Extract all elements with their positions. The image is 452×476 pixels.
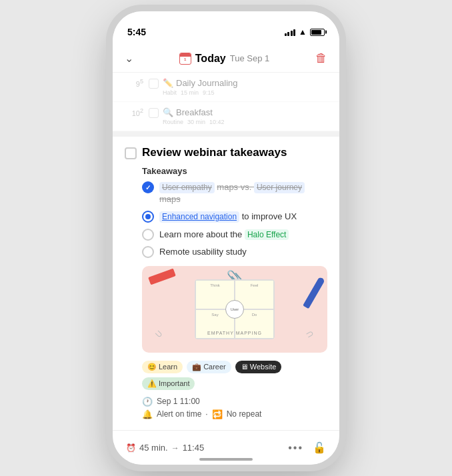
- battery-icon: [310, 29, 325, 36]
- subtask-section-title: Takeaways: [142, 166, 327, 176]
- tag-website[interactable]: 🖥 Website: [235, 361, 282, 373]
- ruler-decoration: [148, 268, 176, 285]
- paperclip-left-icon: ⊃: [153, 327, 166, 341]
- footer-alert-row: 🔔 Alert on time · 🔁 No repeat: [142, 409, 327, 419]
- main-task-checkbox[interactable]: [125, 147, 137, 159]
- tag-important-emoji: ⚠️: [147, 379, 157, 388]
- list-item[interactable]: 95 ✏️ Daily Journaling Habit 15 min 9:15: [113, 73, 339, 102]
- tag-important[interactable]: ⚠️ Important: [142, 377, 195, 390]
- subtask-text: Remote usability study: [159, 246, 327, 258]
- clock-icon: 🕐: [142, 397, 153, 407]
- bell-icon: 🔔: [142, 409, 153, 419]
- phone-content: ⌄ 1 Today Tue Sep 1 🗑 95 ✏️ Daily Journa: [113, 45, 339, 465]
- tag-career-label: Career: [203, 363, 226, 371]
- task-time: 102: [125, 107, 143, 118]
- footer-datetime: Sep 1 11:00: [157, 397, 200, 406]
- subtask-item[interactable]: User empathy maps vs. User journey maps: [142, 181, 327, 205]
- calendar-icon: 1: [179, 53, 191, 65]
- header-title-text: Today: [195, 53, 226, 65]
- subtask-text: User empathy maps vs. User journey maps: [159, 181, 327, 205]
- task-icon: ✏️: [163, 78, 173, 88]
- alarm-icon: ⏰: [126, 443, 136, 453]
- status-time: 5:45: [127, 27, 146, 37]
- more-options-icon[interactable]: •••: [288, 442, 303, 454]
- task-title: 🔍 Breakfast: [163, 107, 327, 117]
- bottom-bar: ⏰ 45 min. → 11:45 ••• 🔓: [113, 430, 339, 465]
- subtask-item[interactable]: Remote usability study: [142, 246, 327, 258]
- phone-shell: 5:45 ▲ ⌄ 1 Today Tue S: [113, 11, 339, 465]
- task-icon: 🔍: [163, 107, 173, 117]
- subtask-check-empty-icon[interactable]: [142, 246, 154, 258]
- signal-bars-icon: [285, 28, 296, 36]
- pen-decoration: [303, 277, 325, 309]
- task-meta: Habit 15 min 9:15: [163, 89, 327, 96]
- back-chevron-icon[interactable]: ⌄: [125, 52, 133, 65]
- header-date-sub: Tue Sep 1: [230, 53, 270, 63]
- tag-learn[interactable]: 😊 Learn: [142, 361, 183, 373]
- lock-icon[interactable]: 🔓: [313, 441, 326, 454]
- task-checkbox[interactable]: [149, 79, 159, 89]
- task-meta: Routine 30 min 10:42: [163, 119, 327, 125]
- subtask-check-partial-icon[interactable]: [142, 211, 154, 223]
- footer-separator: ·: [205, 409, 207, 419]
- subtask-item[interactable]: Learn more about the Halo Effect: [142, 229, 327, 241]
- end-time-text: 11:45: [183, 443, 205, 453]
- list-item[interactable]: 102 🔍 Breakfast Routine 30 min 10:42: [113, 102, 339, 131]
- empathy-map-center: User: [225, 300, 244, 319]
- header: ⌄ 1 Today Tue Sep 1 🗑: [113, 45, 339, 73]
- section-divider: [113, 131, 339, 137]
- subtask-text: Enhanced navigation to improve UX: [159, 211, 327, 223]
- tag-learn-label: Learn: [159, 363, 177, 371]
- task-title: ✏️ Daily Journaling: [163, 78, 327, 88]
- empathy-map-image: 📎 ⊃ ⊃ Think Feel Say Do User EMPATHY MAP…: [142, 266, 327, 353]
- tags-row: 😊 Learn 💼 Career 🖥 Website ⚠️ Important: [142, 361, 327, 390]
- tag-website-label: Website: [250, 363, 277, 371]
- footer-repeat: No repeat: [227, 409, 262, 419]
- paperclip-right-icon: ⊃: [304, 327, 316, 341]
- main-task-title: Review webinar takeaways: [142, 146, 287, 159]
- tag-career-emoji: 💼: [192, 363, 201, 371]
- subtask-check-empty-icon[interactable]: [142, 229, 154, 241]
- subtask-item[interactable]: Enhanced navigation to improve UX: [142, 211, 327, 223]
- bottom-bar-actions: ••• 🔓: [288, 441, 326, 454]
- task-checkbox[interactable]: [149, 108, 159, 118]
- task-footer: 🕐 Sep 1 11:00 🔔 Alert on time · 🔁 No rep…: [142, 397, 327, 419]
- task-content: ✏️ Daily Journaling Habit 15 min 9:15: [163, 78, 327, 96]
- trash-icon[interactable]: 🗑: [315, 51, 327, 65]
- tag-learn-emoji: 😊: [147, 363, 157, 371]
- repeat-icon: 🔁: [212, 409, 223, 419]
- arrow-right-icon: →: [171, 443, 179, 453]
- task-content: 🔍 Breakfast Routine 30 min 10:42: [163, 107, 327, 125]
- status-bar: 5:45 ▲: [113, 11, 339, 45]
- duration-info: ⏰ 45 min. → 11:45: [126, 443, 204, 453]
- header-title: 1 Today Tue Sep 1: [179, 53, 269, 65]
- status-icons: ▲: [285, 27, 325, 37]
- footer-datetime-row: 🕐 Sep 1 11:00: [142, 397, 327, 407]
- task-time: 95: [125, 78, 143, 89]
- subtask-text: Learn more about the Halo Effect: [159, 229, 327, 241]
- home-indicator: [199, 458, 253, 461]
- task-list-top: 95 ✏️ Daily Journaling Habit 15 min 9:15…: [113, 73, 339, 131]
- main-task-header: Review webinar takeaways: [125, 146, 327, 159]
- tag-important-label: Important: [159, 379, 189, 387]
- footer-alert: Alert on time: [157, 409, 201, 419]
- main-task-section: Review webinar takeaways Takeaways User …: [113, 137, 339, 431]
- empathy-map-label: EMPATHY MAPPING: [207, 331, 262, 335]
- duration-text: 45 min.: [139, 443, 168, 453]
- tag-website-emoji: 🖥: [241, 363, 248, 371]
- tag-career[interactable]: 💼 Career: [187, 361, 231, 373]
- subtask-check-done-icon[interactable]: [142, 181, 154, 193]
- wifi-icon: ▲: [299, 27, 307, 37]
